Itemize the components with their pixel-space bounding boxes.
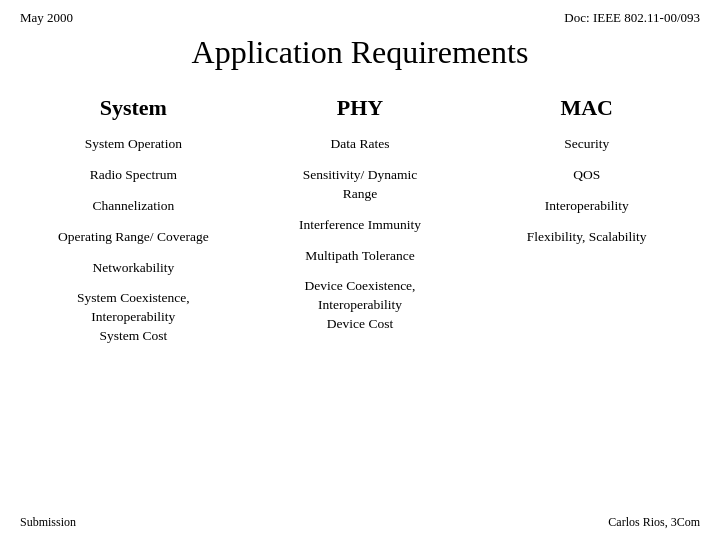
list-item: System Coexistence,InteroperabilitySyste… bbox=[77, 289, 189, 346]
list-item: QOS bbox=[573, 166, 600, 185]
list-item: Operating Range/ Coverage bbox=[58, 228, 209, 247]
col-header-mac: MAC bbox=[560, 95, 613, 121]
page-title: Application Requirements bbox=[20, 34, 700, 71]
list-item: Data Rates bbox=[331, 135, 390, 154]
column-mac: MAC Security QOS Interoperability Flexib… bbox=[473, 95, 700, 358]
list-item: Security bbox=[564, 135, 609, 154]
list-item: System Operation bbox=[85, 135, 182, 154]
list-item: Interoperability bbox=[545, 197, 629, 216]
column-phy: PHY Data Rates Sensitivity/ DynamicRange… bbox=[247, 95, 474, 358]
list-item: Radio Spectrum bbox=[90, 166, 177, 185]
footer-left: Submission bbox=[20, 515, 76, 530]
list-item: Multipath Tolerance bbox=[305, 247, 414, 266]
list-item: Channelization bbox=[92, 197, 174, 216]
header: May 2000 Doc: IEEE 802.11-00/093 bbox=[20, 10, 700, 26]
list-item: Sensitivity/ DynamicRange bbox=[303, 166, 417, 204]
footer-right: Carlos Rios, 3Com bbox=[608, 515, 700, 530]
list-item: Networkability bbox=[92, 259, 174, 278]
header-doc: Doc: IEEE 802.11-00/093 bbox=[564, 10, 700, 26]
list-item: Interference Immunity bbox=[299, 216, 421, 235]
header-date: May 2000 bbox=[20, 10, 73, 26]
page: May 2000 Doc: IEEE 802.11-00/093 Applica… bbox=[0, 0, 720, 540]
column-system: System System Operation Radio Spectrum C… bbox=[20, 95, 247, 358]
list-item: Flexibility, Scalability bbox=[527, 228, 647, 247]
columns-container: System System Operation Radio Spectrum C… bbox=[20, 95, 700, 358]
col-header-phy: PHY bbox=[337, 95, 383, 121]
col-header-system: System bbox=[100, 95, 167, 121]
footer: Submission Carlos Rios, 3Com bbox=[20, 515, 700, 530]
list-item: Device Coexistence,InteroperabilityDevic… bbox=[305, 277, 416, 334]
